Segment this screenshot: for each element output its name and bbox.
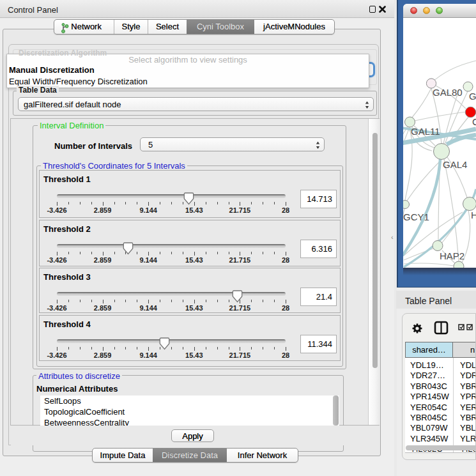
svg-text:GAL4: GAL4 [443,159,467,170]
svg-text:HAP2: HAP2 [440,250,464,261]
svg-text:C: C [472,116,476,127]
svg-text:H: H [471,210,476,220]
svg-text:GAL80: GAL80 [433,87,463,98]
svg-text:GA: GA [469,91,476,102]
svg-text:GAL11: GAL11 [411,126,440,137]
svg-text:GCY1: GCY1 [403,211,429,222]
